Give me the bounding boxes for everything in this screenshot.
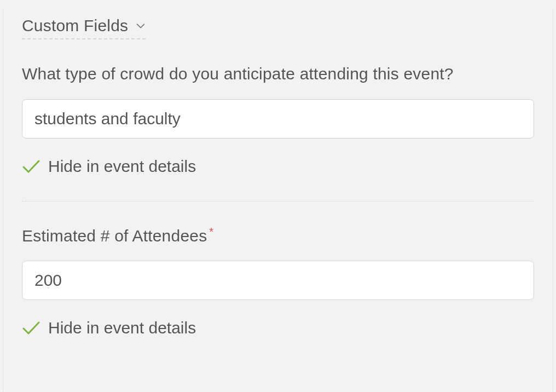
field-label: What type of crowd do you anticipate att… xyxy=(22,61,534,87)
hide-label: Hide in event details xyxy=(48,319,196,337)
chevron-down-icon xyxy=(136,22,146,30)
custom-fields-toggle[interactable]: Custom Fields xyxy=(22,16,146,39)
field-label-text: Estimated # of Attendees xyxy=(22,227,207,245)
required-asterisk: * xyxy=(209,226,213,238)
hide-in-details-checkbox[interactable]: Hide in event details xyxy=(22,319,534,337)
section-title: Custom Fields xyxy=(22,16,128,35)
custom-fields-panel: Custom Fields What type of crowd do you … xyxy=(3,10,553,392)
field-divider xyxy=(22,201,534,201)
field-label: Estimated # of Attendees* xyxy=(22,223,534,249)
checkmark-icon xyxy=(22,320,40,336)
attendees-input[interactable] xyxy=(22,261,534,300)
checkmark-icon xyxy=(22,159,40,174)
field-attendees: Estimated # of Attendees* Hide in event … xyxy=(22,223,534,338)
crowd-type-input[interactable] xyxy=(22,99,534,139)
field-label-text: What type of crowd do you anticipate att… xyxy=(22,65,454,83)
hide-label: Hide in event details xyxy=(48,157,196,176)
hide-in-details-checkbox[interactable]: Hide in event details xyxy=(22,157,534,176)
field-crowd-type: What type of crowd do you anticipate att… xyxy=(22,61,534,176)
